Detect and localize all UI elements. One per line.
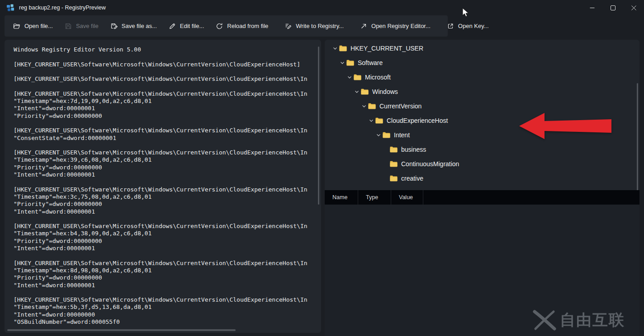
editor-line: "Timestamp"=hex:7d,19,09,0d,a2,c6,d8,01 [14, 98, 317, 105]
toolbar-button-label: Save file as... [122, 23, 157, 29]
chevron-down-icon[interactable] [338, 60, 346, 65]
editor-line: "Timestamp"=hex:b4,38,09,0d,a2,c6,d8,01 [14, 230, 317, 237]
editor-line: [HKEY_CURRENT_USER\Software\Microsoft\Wi… [14, 90, 317, 98]
editor-line: "Intent"=dword:00000001 [14, 282, 317, 289]
toolbar-button-label: Open file... [24, 23, 53, 29]
editor-line: "Timestamp"=hex:3c,75,08,0d,a2,c6,d8,01 [14, 193, 317, 201]
maximize-button[interactable] [602, 0, 623, 15]
toolbar-button-label: Open Key... [458, 23, 489, 29]
open-registry-editor-button[interactable]: Open Registry Editor... [354, 18, 436, 35]
titlebar: reg backup2.reg - RegistryPreview [0, 0, 644, 15]
editor-horizontal-scrollbar[interactable] [7, 329, 236, 331]
editor-line [14, 252, 317, 259]
editor-line: Windows Registry Editor Version 5.00 [14, 46, 317, 53]
folder-icon [383, 132, 390, 138]
editor-line: "Priority"=dword:00000000 [14, 238, 317, 245]
editor-line: [HKEY_CURRENT_USER\Software\Microsoft\Wi… [14, 75, 317, 83]
folder-icon [375, 117, 383, 124]
tree-item-label: CurrentVersion [379, 103, 421, 110]
tree-item-hkey_current_user[interactable]: HKEY_CURRENT_USER [325, 41, 639, 56]
toolbar-button-label: Save file [76, 23, 99, 29]
editor-line [14, 53, 317, 61]
toolbar-button-label: Write to Registry... [296, 23, 344, 29]
write-to-registry-button[interactable]: Write to Registry... [279, 18, 350, 35]
chevron-down-icon[interactable] [331, 46, 339, 51]
chevron-down-icon[interactable] [374, 132, 383, 138]
tree-item-label: ContinuousMigration [401, 160, 459, 168]
folder-icon [368, 103, 376, 109]
tree-item-label: Intent [394, 131, 410, 139]
close-button[interactable] [623, 0, 644, 15]
editor-line: "Intent"=dword:00000001 [14, 208, 317, 215]
values-table-header: NameTypeValue [325, 190, 639, 205]
editor-line: [HKEY_CURRENT_USER\Software\Microsoft\Wi… [14, 260, 317, 267]
maximize-icon [611, 5, 616, 10]
reload-from-file-button[interactable]: Reload from file [210, 18, 274, 35]
editor-line: "ConsentState"=dword:00000001 [14, 135, 317, 142]
editor-line: "Intent"=dword:00000001 [14, 245, 317, 252]
toolbar-strip: Open file...Save fileSave file as...Edit… [5, 15, 448, 37]
editor-line [14, 215, 317, 223]
tree-item-label: Software [358, 59, 383, 66]
editor-line: [HKEY_CURRENT_USER\Software\Microsoft\Wi… [14, 296, 317, 303]
edit-file-button[interactable]: Edit file... [163, 18, 210, 35]
open-file-button[interactable]: Open file... [7, 18, 59, 35]
editor-line: "Intent"=dword:00000000 [14, 311, 317, 318]
chevron-down-icon[interactable] [367, 118, 375, 123]
app-icon [6, 4, 14, 12]
tree-item-label: Microsoft [365, 74, 391, 81]
tree-item-windows[interactable]: Windows [325, 84, 639, 99]
editor-line: [HKEY_CURRENT_USER\Software\Microsoft\Wi… [14, 149, 317, 156]
tree-item-label: CloudExperienceHost [387, 117, 448, 124]
open-file-icon [13, 23, 20, 30]
folder-icon [390, 161, 398, 167]
column-header-name[interactable]: Name [325, 190, 358, 205]
chevron-down-icon[interactable] [346, 75, 354, 80]
column-header-type[interactable]: Type [358, 190, 391, 205]
save-file-icon [65, 23, 72, 30]
editor-line: "Priority"=dword:00000000 [14, 164, 317, 171]
reg-file-content[interactable]: Windows Registry Editor Version 5.00[HKE… [14, 46, 317, 327]
editor-vertical-scrollbar[interactable] [318, 47, 319, 205]
close-icon [631, 5, 636, 10]
open-key-button[interactable]: Open Key... [441, 18, 495, 35]
registry-tree-pane: HKEY_CURRENT_USERSoftwareMicrosoftWindow… [325, 40, 639, 336]
folder-icon [339, 45, 347, 51]
column-header-value[interactable]: Value [391, 190, 423, 205]
save-file-as-icon [110, 23, 118, 30]
reg-file-editor-pane[interactable]: Windows Registry Editor Version 5.00[HKE… [5, 40, 321, 333]
toolbar-button-label: Open Registry Editor... [371, 23, 431, 29]
window-controls [582, 0, 644, 15]
save-file-button[interactable]: Save file [59, 18, 104, 35]
tree-item-label: business [401, 146, 426, 153]
minimize-icon [590, 5, 595, 10]
chevron-down-icon[interactable] [360, 103, 368, 109]
tree-item-creative[interactable]: creative [325, 171, 639, 186]
tree-item-microsoft[interactable]: Microsoft [325, 70, 639, 84]
edit-file-icon [169, 23, 176, 30]
save-file-as-button[interactable]: Save file as... [104, 18, 163, 35]
editor-line [14, 68, 317, 75]
tree-item-business[interactable]: business [325, 142, 639, 157]
folder-icon [354, 74, 361, 80]
write-registry-icon [284, 23, 292, 30]
tree-item-label: Windows [372, 88, 398, 95]
editor-line: "Priority"=dword:00000000 [14, 201, 317, 208]
editor-line: "OSBuildNumber"=dword:000055f0 [14, 318, 317, 326]
tree-item-software[interactable]: Software [325, 56, 639, 70]
tree-item-currentversion[interactable]: CurrentVersion [325, 99, 639, 113]
minimize-button[interactable] [582, 0, 602, 15]
editor-line: "Intent"=dword:00000001 [14, 105, 317, 112]
tree-item-label: creative [401, 175, 423, 182]
editor-line: [HKEY_CURRENT_USER\Software\Microsoft\Wi… [14, 186, 317, 193]
tree-item-label: HKEY_CURRENT_USER [350, 45, 423, 52]
chevron-down-icon[interactable] [353, 89, 361, 94]
editor-line: "Priority"=dword:00000000 [14, 274, 317, 281]
folder-icon [390, 146, 398, 153]
window-title: reg backup2.reg - RegistryPreview [19, 5, 106, 11]
tree-item-continuousmigration[interactable]: ContinuousMigration [325, 157, 639, 171]
editor-line: [HKEY_CURRENT_USER\Software\Microsoft\Wi… [14, 127, 317, 134]
toolbar: Open file...Save fileSave file as...Edit… [0, 15, 644, 37]
watermark-text: 自由互联 [560, 310, 625, 331]
toolbar-button-label: Reload from file [227, 23, 268, 29]
